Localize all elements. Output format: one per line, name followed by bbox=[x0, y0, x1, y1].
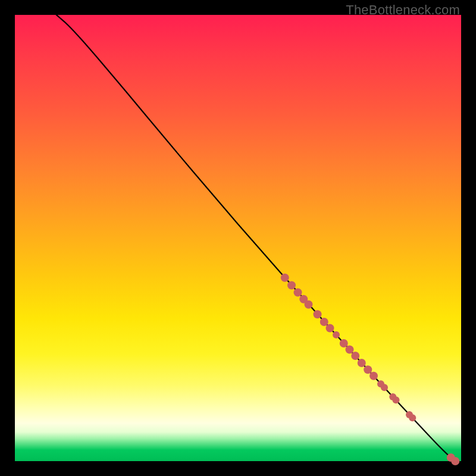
scatter-point bbox=[364, 365, 372, 374]
chart-line bbox=[57, 15, 452, 459]
scatter-point bbox=[381, 384, 388, 391]
scatter-point bbox=[281, 274, 289, 282]
scatter-point bbox=[320, 318, 328, 326]
scatter-point bbox=[451, 457, 459, 465]
scatter-point bbox=[393, 396, 400, 403]
scatter-point bbox=[351, 352, 359, 360]
scatter-group bbox=[281, 274, 460, 465]
scatter-point bbox=[369, 372, 378, 380]
scatter-point bbox=[333, 331, 340, 339]
scatter-point bbox=[346, 346, 354, 354]
watermark-text: TheBottleneck.com bbox=[346, 2, 460, 18]
scatter-point bbox=[358, 359, 366, 367]
chart-frame bbox=[15, 15, 461, 461]
scatter-point bbox=[326, 324, 334, 333]
scatter-point bbox=[340, 339, 348, 347]
scatter-point bbox=[287, 281, 296, 290]
scatter-point bbox=[314, 310, 322, 318]
scatter-point bbox=[409, 414, 416, 421]
scatter-point bbox=[305, 300, 313, 309]
chart-svg bbox=[15, 15, 461, 461]
scatter-point bbox=[294, 289, 302, 297]
